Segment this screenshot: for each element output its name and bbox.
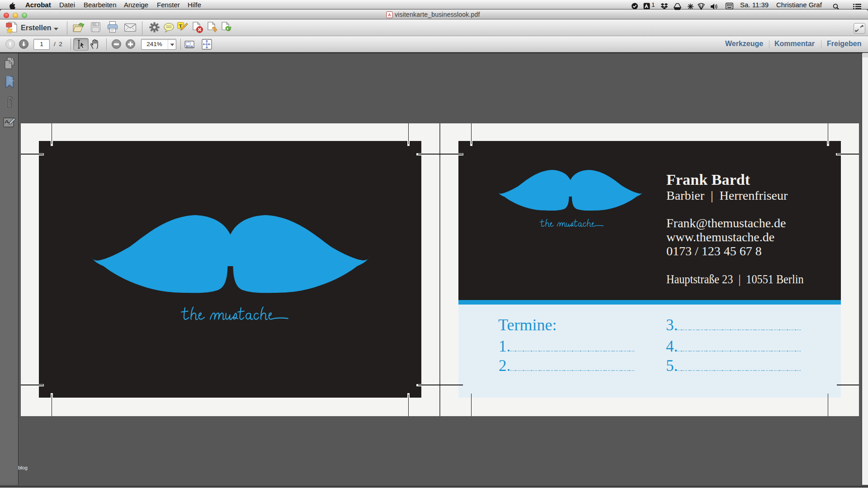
- svg-text:A: A: [388, 13, 391, 17]
